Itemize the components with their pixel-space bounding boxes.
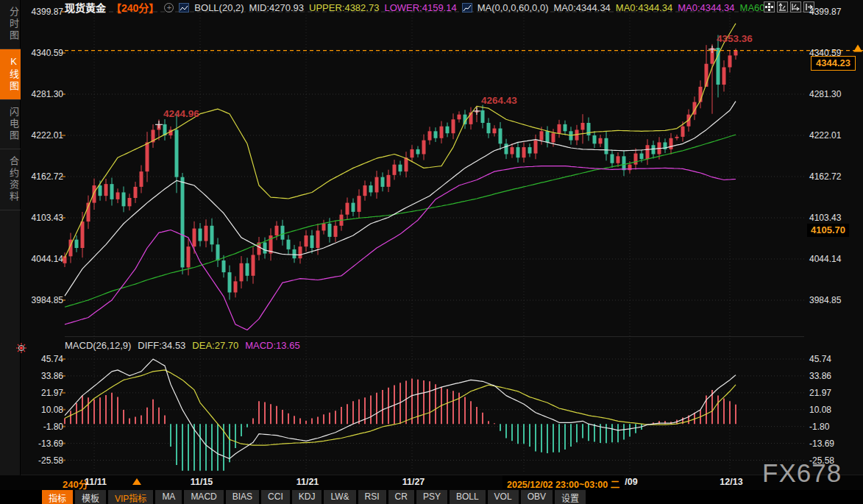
price-axis-label-left: 4044.14 xyxy=(0,254,63,264)
price-axis-label-right: 4399.87 xyxy=(809,7,841,17)
boll-upper-value: UPPER:4382.73 xyxy=(309,2,379,13)
toolbar-button-MACD[interactable]: MACD xyxy=(184,490,223,504)
macd-axis-label-left: -25.58 xyxy=(0,455,63,466)
macd-axis-label-left: 33.86 xyxy=(0,371,63,381)
x-axis-date-label: 12/13 xyxy=(720,477,742,487)
ma-indicator-icon[interactable] xyxy=(462,3,472,13)
price-axis-label-right: 4162.72 xyxy=(809,171,841,182)
toolbar-button-PSY[interactable]: PSY xyxy=(416,490,447,504)
swing-price-annotation: 4244.96 xyxy=(163,108,199,119)
macd-name-label: MACD(26,12,9) xyxy=(65,340,131,351)
ma-name-label: MA(0,0,0,60,0,0) xyxy=(477,2,549,13)
price-axis-label-right: 4340.59 xyxy=(809,48,841,58)
toolbar-button-设置[interactable]: 设置 xyxy=(555,490,586,504)
toolbar-button-BIAS[interactable]: BIAS xyxy=(226,490,259,504)
price-axis-label-right: 4044.14 xyxy=(809,254,841,264)
swing-price-annotation: 4353.36 xyxy=(717,33,753,44)
macd-axis-label-right: -13.69 xyxy=(809,439,834,449)
toolbar-button-LW&[interactable]: LW& xyxy=(324,490,355,504)
price-axis-label-right: 4222.01 xyxy=(809,130,841,141)
macd-axis-label-right: 33.86 xyxy=(809,371,831,381)
current-price-line xyxy=(65,45,863,52)
grid-layer xyxy=(0,11,863,475)
price-axis-label-right: 4103.43 xyxy=(809,213,841,223)
macd-axis-label-left: -13.69 xyxy=(0,439,63,449)
toolbar-button-CR[interactable]: CR xyxy=(388,490,414,504)
boll-name-label: BOLL(20,2) xyxy=(194,2,244,13)
boll-indicator-icon[interactable] xyxy=(179,3,189,13)
macd-axis-label-left: 45.74 xyxy=(0,354,63,364)
price-axis-label-left: 4222.01 xyxy=(0,130,63,141)
circle-plus-icon[interactable]: + xyxy=(164,3,174,13)
toolbar-button-OBV[interactable]: OBV xyxy=(521,490,553,504)
swing-price-annotation: 4264.43 xyxy=(481,95,517,106)
period-badge[interactable]: 【240分】 xyxy=(111,0,159,15)
macd-axis-label-left: -1.80 xyxy=(0,422,63,432)
candle-time-tooltip: 2025/12/02 23:00~03:00 二 xyxy=(502,475,624,489)
kline-chart-canvas[interactable]: 4244.964264.434353.36 xyxy=(0,0,863,504)
toolbar-button-VIP指标[interactable]: VIP指标 xyxy=(108,490,153,504)
macd-axis-label-right: 10.08 xyxy=(809,405,831,415)
price-axis-label-left: 3984.85 xyxy=(0,295,63,305)
price-axis-label-left: 4281.30 xyxy=(0,89,63,99)
x-axis-date-label: /09 xyxy=(625,477,637,487)
chart-toolbar-icons xyxy=(764,1,814,13)
sidebar-tab-2[interactable]: 闪电图 xyxy=(0,100,21,149)
boll-lower-line xyxy=(65,166,736,330)
toolbar-button-CCI[interactable]: CCI xyxy=(261,490,290,504)
macd-diff-value: DIFF:34.53 xyxy=(138,340,185,351)
candles-layer xyxy=(63,35,738,300)
macd-axis-label-left: 21.97 xyxy=(0,388,63,398)
indicator-toolbar: 指标模板VIP指标MAMACDBIASCCIKDJLW&RSICRPSYBOLL… xyxy=(0,490,863,504)
toolbar-button-BOLL[interactable]: BOLL xyxy=(450,490,486,504)
ma0-yellow-value: MA0:4344.34 xyxy=(616,2,672,13)
boll-upper-line xyxy=(65,24,736,258)
toolbar-button-指标[interactable]: 指标 xyxy=(42,490,73,504)
secondary-price-tag: 4105.70 xyxy=(807,224,849,237)
ma0-magenta-value: MA0:4344.34 xyxy=(678,2,734,13)
macd-dea-value: DEA:27.70 xyxy=(192,340,238,351)
toolbar-button-MA[interactable]: MA xyxy=(155,490,182,504)
price-axis-label-left: 4340.59 xyxy=(0,48,63,58)
x-axis-date-label: 11/27 xyxy=(402,477,425,487)
toolbar-button-KDJ[interactable]: KDJ xyxy=(292,490,322,504)
x-axis-row: 240分 11/1111/1511/2111/27/0912/13 2025/1… xyxy=(0,475,863,490)
boll-lower-value: LOWER:4159.14 xyxy=(384,2,456,13)
period-selector-arrow-icon[interactable] xyxy=(132,478,141,485)
price-axis-label-left: 4162.72 xyxy=(0,171,63,182)
boll-mid-value: MID:4270.93 xyxy=(249,2,304,13)
macd-axis-label-left: 10.08 xyxy=(0,405,63,415)
current-price-arrow-icon xyxy=(853,45,862,52)
swing-annotations: 4244.964264.434353.36 xyxy=(155,33,753,128)
ma0-white-value: MA0:4344.34 xyxy=(554,2,611,13)
toolbar-button-VOL[interactable]: VOL xyxy=(488,490,519,504)
current-price-tag: 4344.23 xyxy=(811,56,856,71)
macd-header: MACD(26,12,9) DIFF:34.53 DEA:27.70 MACD:… xyxy=(65,340,300,351)
x-axis-date-label: 11/11 xyxy=(85,477,107,487)
chart-header: 现货黄金 【240分】 + BOLL(20,2) MID:4270.93 UPP… xyxy=(65,1,773,13)
x-axis-scale-icon[interactable] xyxy=(790,1,801,13)
price-axis-label-left: 4399.87 xyxy=(0,7,63,17)
macd-axis-label-right: 21.97 xyxy=(809,388,831,398)
watermark: FX678 xyxy=(762,458,842,488)
symbol-name: 现货黄金 xyxy=(65,0,106,15)
macd-axis-label-right: 45.74 xyxy=(809,354,831,364)
macd-histogram-layer xyxy=(65,378,736,470)
x-axis-date-label: 11/21 xyxy=(296,477,319,487)
toolbar-button-模板[interactable]: 模板 xyxy=(75,490,106,504)
toolbar-button-RSI[interactable]: RSI xyxy=(358,490,386,504)
price-axis-label-right: 3984.85 xyxy=(809,295,841,305)
macd-macd-value: MACD:13.65 xyxy=(245,340,299,351)
macd-axis-label-right: -1.80 xyxy=(809,422,829,432)
x-axis-date-label: 11/15 xyxy=(191,477,213,487)
price-axis-label-right: 4281.30 xyxy=(809,89,841,99)
trading-app-window: 4244.964264.434353.36 分时图K线图闪电图合约资料 现货黄金… xyxy=(0,0,863,504)
y-axis-scale-icon[interactable] xyxy=(777,1,788,13)
move-tool-icon[interactable] xyxy=(764,1,775,13)
price-axis-label-left: 4103.43 xyxy=(0,213,63,223)
